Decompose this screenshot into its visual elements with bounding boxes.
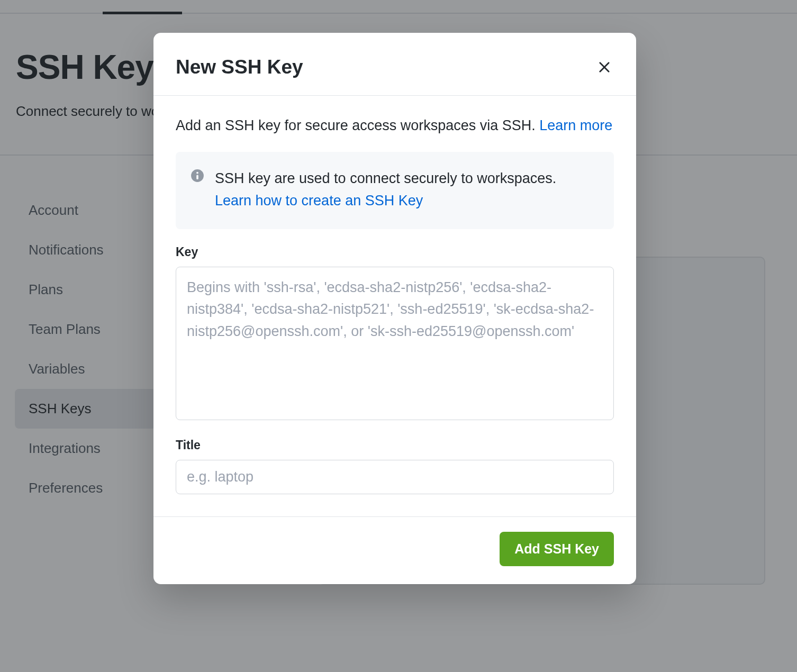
modal-title: New SSH Key [176,56,303,78]
close-button[interactable] [595,58,614,77]
new-ssh-key-modal: New SSH Key Add an SSH key for secure ac… [153,33,636,584]
info-text-wrap: SSH key are used to connect securely to … [215,168,556,212]
learn-more-link[interactable]: Learn more [539,117,612,133]
learn-create-ssh-link[interactable]: Learn how to create an SSH Key [215,193,423,208]
info-box: SSH key are used to connect securely to … [176,152,614,229]
modal-intro: Add an SSH key for secure access workspa… [176,115,614,137]
title-field-label: Title [176,438,614,452]
svg-rect-4 [196,175,198,179]
info-icon [191,169,204,183]
add-ssh-key-button[interactable]: Add SSH Key [500,532,614,566]
modal-header: New SSH Key [153,33,636,96]
modal-intro-text: Add an SSH key for secure access workspa… [176,117,539,133]
ssh-key-input[interactable] [176,267,614,420]
info-text: SSH key are used to connect securely to … [215,170,556,186]
modal-body: Add an SSH key for secure access workspa… [153,96,636,517]
ssh-title-input[interactable] [176,460,614,494]
key-field-label: Key [176,245,614,259]
svg-point-3 [196,171,198,174]
close-icon [597,60,612,75]
modal-footer: Add SSH Key [153,517,636,584]
